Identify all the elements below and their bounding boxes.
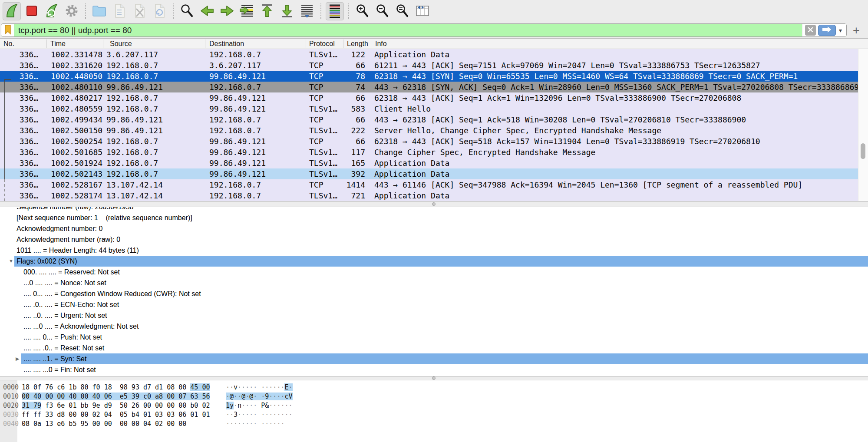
save-file-button[interactable] (110, 2, 129, 20)
detail-tree-item[interactable]: Acknowledgment number (raw): 0 (0, 234, 868, 245)
packet-row[interactable]: 336…1002.480217192.168.0.799.86.49.121TC… (0, 92, 858, 103)
hex-ascii[interactable]: ········ ······ (226, 419, 284, 429)
add-filter-button[interactable]: + (850, 24, 863, 37)
hex-bytes[interactable]: 08 0a 13 e6 b5 95 00 00 00 00 04 02 00 0… (22, 419, 186, 429)
hex-bytes[interactable]: 00 40 00 00 40 00 40 06 e5 39 c0 a8 00 0… (22, 392, 210, 401)
filter-dropdown-chevron[interactable]: ▾ (838, 27, 843, 34)
filter-clear-button[interactable] (805, 25, 816, 36)
packet-bytes-pane: 000018 0f 76 c6 1b 80 f0 18 98 93 d7 d1 … (0, 380, 868, 442)
close-file-button[interactable] (130, 2, 149, 20)
column-divider[interactable] (103, 40, 103, 48)
auto-scroll-button[interactable] (298, 2, 316, 20)
detail-tree-item[interactable]: ...0 .... .... = Nonce: Not set (0, 277, 868, 288)
column-header-length[interactable]: Length (347, 39, 370, 49)
column-header-no[interactable]: No. (3, 39, 43, 49)
detail-tree-item[interactable]: .... 0... .... = Congestion Window Reduc… (0, 288, 868, 299)
filter-expression-text[interactable]: tcp.port == 80 || udp.port == 80 (14, 26, 802, 35)
packet-row[interactable]: 336…1002.480559192.168.0.799.86.49.121TL… (0, 103, 858, 114)
detail-tree-item[interactable]: Sequence number (raw): 2665041958 (0, 207, 868, 212)
expand-icon[interactable]: ▶ (16, 353, 19, 364)
go-first-packet-button[interactable] (258, 2, 276, 20)
packet-row[interactable]: 336…1002.502143192.168.0.799.86.49.121TL… (0, 168, 858, 179)
hex-ascii[interactable]: ··3····· ········ (226, 410, 293, 419)
colorize-packets-button[interactable] (326, 2, 344, 20)
filter-apply-button[interactable] (818, 25, 836, 36)
detail-tree-item[interactable]: ▶.... .... ..1. = Syn: Set (0, 353, 868, 364)
start-capture-button[interactable] (3, 2, 21, 20)
column-divider[interactable] (306, 40, 306, 48)
column-header-time[interactable]: Time (50, 39, 100, 49)
column-divider[interactable] (205, 40, 205, 48)
cell-length: 583 (326, 103, 365, 114)
cell-destination: 99.86.49.121 (209, 158, 305, 168)
scrollbar-thumb[interactable] (861, 143, 865, 159)
filter-input[interactable]: tcp.port == 80 || udp.port == 80 ▾ (1, 23, 847, 37)
detail-tree-item[interactable]: 000. .... .... = Reserved: Not set (0, 267, 868, 277)
packet-row[interactable]: 336…1002.501924192.168.0.799.86.49.121TL… (0, 158, 858, 168)
column-divider[interactable] (371, 40, 371, 48)
zoom-in-button[interactable] (353, 2, 372, 20)
packet-row[interactable]: 336…1002.501685192.168.0.799.86.49.121TL… (0, 147, 858, 158)
hex-ascii[interactable]: 1y·n···· P&······ (226, 401, 293, 410)
packet-row[interactable]: 336…1002.3314783.6.207.117192.168.0.7TLS… (0, 49, 858, 60)
column-divider[interactable] (46, 40, 47, 48)
detail-tree-item[interactable]: [Next sequence number: 1 (relative seque… (0, 212, 868, 223)
hex-row[interactable]: 000018 0f 76 c6 1b 80 f0 18 98 93 d7 d1 … (0, 383, 868, 392)
hex-row[interactable]: 002031 79 f3 6e 01 bb 9e d9 50 26 00 00 … (0, 401, 868, 410)
detail-tree-item[interactable]: .... ...0 .... = Acknowledgment: Not set (0, 321, 868, 332)
resize-columns-button[interactable] (413, 2, 432, 20)
stop-capture-button[interactable] (23, 2, 41, 20)
packet-row[interactable]: 336…1002.448050192.168.0.799.86.49.121TC… (0, 71, 858, 82)
detail-tree-item[interactable]: Acknowledgment number: 0 (0, 223, 868, 234)
hex-ascii[interactable]: ··v····· ······E· (226, 383, 293, 392)
display-filter-bar: tcp.port == 80 || udp.port == 80 ▾ + (0, 23, 868, 39)
hex-row[interactable]: 0030ff ff 33 d8 00 00 02 04 05 b4 01 03 … (0, 410, 868, 419)
cell-no: 336… (0, 92, 38, 103)
go-forward-button[interactable] (218, 2, 236, 20)
hex-bytes[interactable]: 18 0f 76 c6 1b 80 f0 18 98 93 d7 d1 08 0… (22, 383, 210, 392)
column-header-destination[interactable]: Destination (209, 39, 303, 49)
hex-row[interactable]: 001000 40 00 00 40 00 40 06 e5 39 c0 a8 … (0, 392, 868, 401)
hex-row[interactable]: 004008 0a 13 e6 b5 95 00 00 00 00 04 02 … (0, 419, 868, 429)
detail-tree-item[interactable]: .... .... 0... = Push: Not set (0, 332, 868, 343)
collapse-icon[interactable]: ▼ (9, 256, 13, 267)
packet-row[interactable]: 336…1002.500254192.168.0.799.86.49.121TC… (0, 136, 858, 147)
detail-tree-item[interactable]: .... .... ...0 = Fin: Not set (0, 364, 868, 375)
hex-bytes[interactable]: 31 79 f3 6e 01 bb 9e d9 50 26 00 00 00 0… (22, 401, 210, 410)
column-divider[interactable] (343, 40, 343, 48)
cell-source: 192.168.0.7 (106, 92, 206, 103)
go-back-button[interactable] (198, 2, 216, 20)
hex-ascii[interactable]: ·@··@·@· ·9····cV (226, 392, 293, 401)
cell-info: 443 → 61146 [ACK] Seq=347988 Ack=16394 W… (374, 179, 858, 190)
packet-row[interactable]: 336…1002.50015099.86.49.121192.168.0.7TL… (0, 125, 858, 136)
detail-tree-item[interactable]: .... ..0. .... = Urgent: Not set (0, 310, 868, 321)
zoom-out-button[interactable] (373, 2, 392, 20)
detail-tree-item[interactable]: .... .0.. .... = ECN-Echo: Not set (0, 299, 868, 310)
detail-tree-item[interactable]: ▼Flags: 0x002 (SYN) (0, 256, 868, 267)
detail-text: .... ..0. .... = Urgent: Not set (23, 310, 107, 321)
pane-splitter-top[interactable] (0, 201, 868, 207)
packet-row[interactable]: 336…1002.48011099.86.49.121192.168.0.7TC… (0, 82, 858, 92)
pane-splitter-bottom[interactable] (0, 376, 868, 380)
go-last-packet-button[interactable] (278, 2, 296, 20)
capture-options-button[interactable] (63, 2, 81, 20)
detail-tree-item[interactable]: .... .... .0.. = Reset: Not set (0, 343, 868, 353)
column-header-info[interactable]: Info (375, 39, 505, 49)
cell-time: 1002.500150 (51, 125, 105, 136)
hex-bytes[interactable]: ff ff 33 d8 00 00 02 04 05 b4 01 03 03 0… (22, 410, 210, 419)
filter-bookmark-button[interactable] (1, 24, 14, 36)
packet-row[interactable]: 336…1002.52816713.107.42.14192.168.0.7TC… (0, 179, 858, 190)
reload-file-button[interactable] (150, 2, 168, 20)
zoom-reset-button[interactable] (393, 2, 412, 20)
go-to-packet-button[interactable] (238, 2, 256, 20)
column-header-source[interactable]: Source (110, 39, 201, 49)
packet-row[interactable]: 336…1002.49943499.86.49.121192.168.0.7TC… (0, 114, 858, 125)
open-file-button[interactable] (90, 2, 109, 20)
restart-capture-button[interactable] (43, 2, 61, 20)
packet-row[interactable]: 336…1002.331620192.168.0.73.6.207.117TCP… (0, 60, 858, 71)
packet-list-scrollbar[interactable] (858, 49, 868, 201)
detail-tree-item[interactable]: 1011 .... = Header Length: 44 bytes (11) (0, 245, 868, 256)
find-packet-button[interactable] (178, 2, 196, 20)
column-header-protocol[interactable]: Protocol (309, 39, 341, 49)
packet-row[interactable]: 336…1002.52817413.107.42.14192.168.0.7TL… (0, 190, 858, 201)
